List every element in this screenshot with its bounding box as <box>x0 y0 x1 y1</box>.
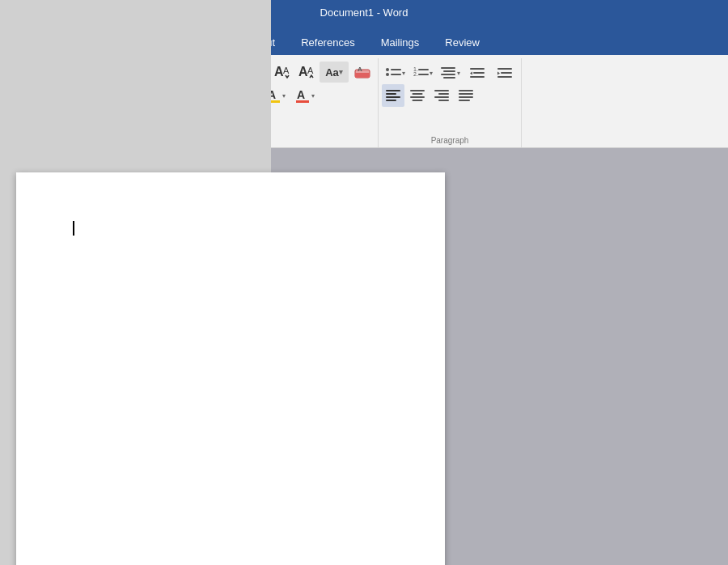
font-color-button[interactable]: A ▾ <box>292 85 318 106</box>
svg-rect-53 <box>438 100 449 101</box>
svg-rect-23 <box>296 100 309 103</box>
svg-point-26 <box>386 73 389 76</box>
document-title: Document1 - Word <box>320 6 408 19</box>
numbered-list-button[interactable]: 1. 2. ▾ <box>409 62 435 84</box>
svg-rect-17 <box>355 73 370 78</box>
svg-rect-35 <box>443 77 455 79</box>
increase-indent-button[interactable] <box>492 62 518 84</box>
svg-rect-47 <box>413 93 423 95</box>
svg-rect-27 <box>391 74 401 75</box>
svg-text:A: A <box>297 88 305 101</box>
clear-format-button[interactable]: A <box>352 62 373 83</box>
tab-review[interactable]: Review <box>432 32 493 55</box>
svg-text:A: A <box>307 66 314 75</box>
text-cursor <box>73 221 74 236</box>
svg-rect-41 <box>497 76 512 78</box>
svg-rect-40 <box>501 72 512 74</box>
svg-rect-48 <box>410 96 425 98</box>
font-grow-button[interactable]: A A <box>271 62 292 83</box>
svg-rect-37 <box>473 72 485 74</box>
svg-rect-56 <box>459 96 473 98</box>
svg-rect-51 <box>438 93 449 95</box>
bullet-list-button[interactable]: ▾ <box>382 62 408 84</box>
tab-mailings[interactable]: Mailings <box>368 32 433 55</box>
list-row: ▾ 1. 2. ▾ ▾ <box>382 62 518 84</box>
svg-rect-54 <box>459 90 473 91</box>
font-shrink-button[interactable]: A A <box>295 62 316 83</box>
svg-rect-50 <box>434 90 449 91</box>
svg-rect-33 <box>443 70 455 72</box>
paragraph-label: Paragraph <box>382 134 518 147</box>
paragraph-group: ▾ 1. 2. ▾ ▾ <box>379 58 522 147</box>
align-center-button[interactable] <box>406 84 429 107</box>
justify-button[interactable] <box>455 84 477 107</box>
main-content <box>0 148 728 565</box>
change-case-button[interactable]: Aa ▾ <box>320 62 349 83</box>
svg-rect-34 <box>441 74 455 75</box>
svg-rect-49 <box>413 100 423 101</box>
align-row <box>382 84 518 107</box>
svg-text:A: A <box>283 66 290 75</box>
svg-rect-31 <box>418 74 429 75</box>
svg-rect-55 <box>459 93 473 95</box>
svg-text:A: A <box>358 66 362 73</box>
svg-rect-52 <box>434 96 449 98</box>
decrease-indent-button[interactable] <box>464 62 490 84</box>
svg-rect-25 <box>391 69 401 70</box>
svg-rect-38 <box>470 76 485 78</box>
svg-rect-44 <box>386 96 400 98</box>
svg-rect-43 <box>386 93 396 95</box>
svg-rect-45 <box>386 100 396 101</box>
svg-rect-39 <box>497 68 512 70</box>
svg-rect-57 <box>459 100 470 101</box>
align-right-button[interactable] <box>430 84 453 107</box>
svg-text:2.: 2. <box>413 71 418 77</box>
svg-rect-32 <box>441 67 455 69</box>
svg-rect-46 <box>410 90 425 91</box>
page-container <box>0 148 728 565</box>
multilevel-list-button[interactable]: ▾ <box>437 62 463 84</box>
svg-rect-42 <box>386 90 400 91</box>
svg-point-24 <box>386 68 389 71</box>
document-page[interactable] <box>16 172 445 565</box>
svg-rect-36 <box>470 68 485 70</box>
align-left-button[interactable] <box>382 84 404 107</box>
tab-references[interactable]: References <box>288 32 367 55</box>
svg-rect-29 <box>418 69 429 70</box>
